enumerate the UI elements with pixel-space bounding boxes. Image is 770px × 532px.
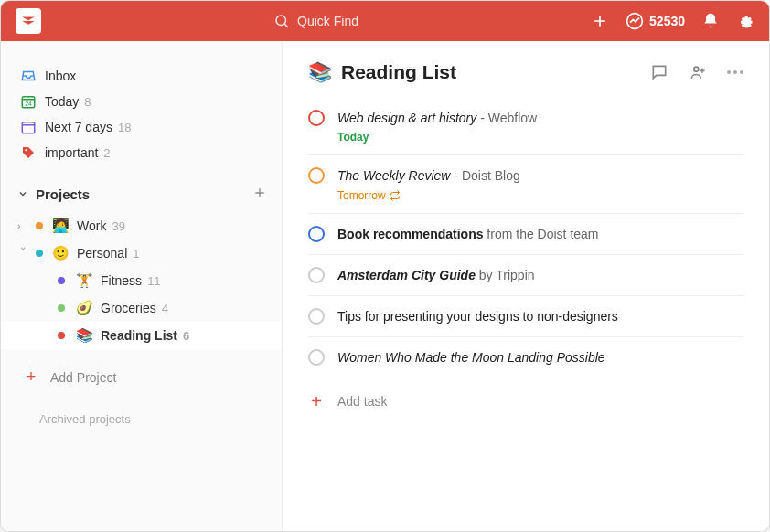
- gear-icon[interactable]: [736, 12, 754, 30]
- sidebar-inbox[interactable]: Inbox: [1, 63, 282, 89]
- comment-icon[interactable]: [650, 63, 668, 81]
- title-text: Reading List: [341, 61, 456, 83]
- task-checkbox[interactable]: [308, 349, 325, 366]
- project-work[interactable]: › 🧑‍💻 Work 39: [1, 212, 282, 239]
- add-project-button[interactable]: + Add Project: [1, 358, 282, 396]
- task-content: Book recommendations from the Doist team: [337, 225, 743, 243]
- main-header: 📚 Reading List: [308, 61, 743, 83]
- task-checkbox[interactable]: [308, 167, 325, 184]
- project-count: 6: [183, 329, 189, 343]
- task-checkbox[interactable]: [308, 308, 325, 325]
- chevron-down-icon: [17, 186, 28, 202]
- sidebar-important[interactable]: important 2: [1, 140, 282, 165]
- important-label: important: [45, 145, 98, 160]
- search-input[interactable]: Quick Find: [273, 13, 358, 29]
- task-row[interactable]: The Weekly Review - Doist BlogTomorrow: [308, 155, 743, 213]
- project-count: 39: [112, 219, 124, 233]
- page-title: 📚 Reading List: [308, 61, 456, 83]
- task-content: Tips for presenting your designs to non-…: [337, 307, 743, 325]
- chevron-down-icon: ›: [18, 247, 29, 260]
- add-project-label: Add Project: [50, 370, 116, 385]
- task-title: Book recommendations from the Doist team: [337, 225, 743, 243]
- projects-label: Projects: [36, 186, 90, 202]
- project-label: Groceries: [101, 301, 156, 315]
- project-color-dot: [36, 222, 43, 229]
- task-checkbox[interactable]: [308, 110, 325, 126]
- task-content: The Weekly Review - Doist BlogTomorrow: [337, 166, 743, 201]
- tag-icon: [19, 145, 37, 160]
- project-emoji: 🏋️: [76, 272, 93, 289]
- project-color-dot: [58, 277, 65, 284]
- body: Inbox 24 Today 8 Next 7 days 18 importan…: [1, 41, 769, 531]
- repeat-icon: [390, 190, 401, 201]
- karma-count: 52530: [649, 14, 685, 28]
- topbar-actions: 52530: [591, 12, 754, 30]
- project-emoji: 🥑: [76, 300, 93, 316]
- svg-point-16: [694, 67, 699, 71]
- project-count: 11: [147, 274, 160, 288]
- app-logo[interactable]: [16, 8, 41, 34]
- main-actions: [650, 63, 743, 81]
- search-area: Quick Find: [41, 13, 591, 29]
- task-checkbox[interactable]: [308, 226, 325, 242]
- projects-header[interactable]: Projects: [1, 176, 282, 212]
- project-personal[interactable]: › 🙂 Personal 1: [1, 239, 282, 267]
- task-content: Women Who Made the Moon Landing Possible: [337, 348, 743, 367]
- add-task-label: Add task: [337, 394, 387, 409]
- project-groceries[interactable]: 🥑 Groceries 4: [1, 294, 282, 322]
- topbar: Quick Find 52530: [1, 1, 769, 41]
- task-row[interactable]: Book recommendations from the Doist team: [308, 214, 743, 255]
- add-project-icon[interactable]: [252, 186, 267, 203]
- project-label: Personal: [77, 246, 127, 261]
- search-placeholder: Quick Find: [297, 14, 358, 28]
- project-fitness[interactable]: 🏋️ Fitness 11: [1, 267, 282, 294]
- today-count: 8: [84, 95, 91, 109]
- sidebar-next7[interactable]: Next 7 days 18: [1, 114, 282, 140]
- archived-projects[interactable]: Archived projects: [1, 396, 282, 433]
- task-row[interactable]: Amsterdam City Guide by Trippin: [308, 255, 743, 296]
- task-row[interactable]: Tips for presenting your designs to non-…: [308, 296, 743, 337]
- task-content: Amsterdam City Guide by Trippin: [337, 266, 743, 284]
- project-label: Fitness: [101, 273, 142, 288]
- task-row[interactable]: Women Who Made the Moon Landing Possible: [308, 337, 743, 378]
- project-emoji: 🧑‍💻: [52, 218, 70, 234]
- task-title: Amsterdam City Guide by Trippin: [337, 266, 743, 284]
- sidebar-today[interactable]: 24 Today 8: [1, 89, 282, 114]
- chevron-right-icon: ›: [17, 220, 30, 231]
- task-title: Tips for presenting your designs to non-…: [337, 307, 743, 325]
- plus-icon: +: [308, 391, 325, 412]
- share-icon[interactable]: [689, 63, 707, 81]
- app-window: Quick Find 52530 Inbox 24 Today 8: [0, 0, 770, 532]
- add-icon[interactable]: [591, 12, 609, 30]
- karma-icon: [626, 12, 644, 30]
- inbox-icon: [19, 68, 37, 84]
- project-label: Reading List: [101, 328, 177, 343]
- project-reading-list[interactable]: 📚 Reading List 6: [1, 322, 282, 349]
- add-task-button[interactable]: + Add task: [308, 378, 743, 425]
- svg-text:24: 24: [25, 101, 32, 107]
- bell-icon[interactable]: [701, 12, 720, 30]
- svg-rect-8: [22, 122, 35, 133]
- karma-score[interactable]: 52530: [626, 12, 685, 30]
- task-row[interactable]: Web design & art history - WebflowToday: [308, 98, 743, 155]
- project-emoji: 📚: [76, 327, 93, 344]
- project-color-dot: [36, 250, 43, 257]
- next7-label: Next 7 days: [45, 120, 112, 134]
- archived-label: Archived projects: [39, 412, 131, 426]
- sidebar: Inbox 24 Today 8 Next 7 days 18 importan…: [1, 41, 283, 531]
- task-content: Web design & art history - WebflowToday: [337, 109, 743, 144]
- task-due: Today: [337, 131, 743, 144]
- task-checkbox[interactable]: [308, 267, 325, 283]
- project-label: Work: [77, 218, 106, 233]
- project-emoji: 🙂: [52, 245, 70, 261]
- important-count: 2: [103, 146, 110, 160]
- today-icon: 24: [19, 93, 37, 110]
- svg-line-1: [284, 24, 287, 27]
- task-list: Web design & art history - WebflowTodayT…: [308, 98, 743, 378]
- plus-icon: +: [23, 367, 39, 387]
- svg-point-13: [25, 149, 27, 151]
- project-count: 1: [133, 247, 139, 261]
- task-title: Women Who Made the Moon Landing Possible: [337, 348, 743, 367]
- more-icon[interactable]: [727, 70, 743, 74]
- project-color-dot: [58, 304, 65, 312]
